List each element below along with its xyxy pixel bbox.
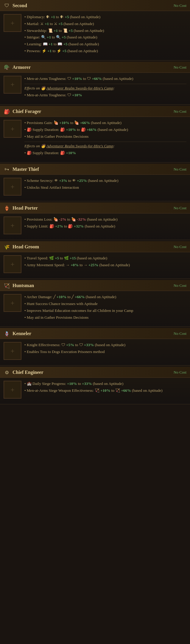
- add-role-icon: +: [10, 347, 15, 355]
- stat-line-0: • 🏰 Daily Siege Progress: +10% to +33% (…: [24, 381, 186, 387]
- role-header-head-porter[interactable]: 🏺Head PorterNo Cost: [0, 202, 190, 213]
- role-title-huntsman: Huntsman: [13, 283, 34, 288]
- role-title-head-groom: Head Groom: [13, 244, 39, 250]
- effects-line-0: • Men-at-Arms Toughness: 🛡 +10%: [24, 92, 186, 98]
- role-header-armorer[interactable]: 🪖ArmorerNo Cost: [0, 62, 190, 73]
- stat-line-0: • Diplomacy: 🗣 +1 to 🗣 +5 (based on Apti…: [24, 14, 186, 20]
- effects-block-armorer: Effects on 🧑 Adventurer Realm Swords-for…: [24, 84, 186, 99]
- role-desc-master-thief: • Scheme Secrecy: 👁 +3% to 👁 +25% (based…: [24, 178, 186, 196]
- stat-line-0: • Travel Speed: 🌿 +5 to 🌿 +15 (based on …: [24, 255, 186, 261]
- role-card-kenneler: 🪢KennelerNo Cost+• Knight Effectiveness:…: [0, 328, 190, 366]
- stat-line-0: • Archer Damage: ╱ +10% to ╱ +66% (based…: [24, 294, 186, 300]
- role-title-armorer: Armorer: [13, 65, 31, 70]
- role-desc-chief-engineer: • 🏰 Daily Siege Progress: +10% to +33% (…: [24, 381, 186, 399]
- stat-line-4: • Learning: 📖 +1 to 📖 +5 (based on Aptit…: [24, 41, 186, 47]
- stat-line-1: • Army Movement Speed: → +0% to → +25% (…: [24, 262, 186, 268]
- role-header-kenneler[interactable]: 🪢KennelerNo Cost: [0, 328, 190, 339]
- stat-line-0: • Men-at-Arms Toughness: 🛡 +10% to 🛡 +66…: [24, 76, 186, 82]
- avatar-head-groom[interactable]: +: [4, 255, 21, 273]
- role-body-huntsman: +• Archer Damage: ╱ +10% to ╱ +66% (base…: [0, 291, 190, 324]
- role-desc-head-groom: • Travel Speed: 🌿 +5 to 🌿 +15 (based on …: [24, 255, 186, 273]
- role-cost-chief-forager: No Cost: [174, 109, 186, 114]
- role-body-chief-engineer: +• 🏰 Daily Siege Progress: +10% to +33% …: [0, 378, 190, 402]
- add-role-icon: +: [10, 386, 15, 394]
- stat-line-3: • May aid in Gather Provisions Decisions: [24, 315, 186, 321]
- role-desc-armorer: • Men-at-Arms Toughness: 🛡 +10% to 🛡 +66…: [24, 76, 186, 99]
- avatar-kenneler[interactable]: +: [4, 342, 21, 360]
- role-cost-second: No Cost: [174, 3, 186, 8]
- stat-line-2: • Stewardship: 📜 +1 to 📜 +5 (based on Ap…: [24, 28, 186, 34]
- role-header-chief-engineer[interactable]: ⚙Chief EngineerNo Cost: [0, 367, 190, 378]
- role-body-second: +• Diplomacy: 🗣 +1 to 🗣 +5 (based on Apt…: [0, 11, 190, 58]
- avatar-head-porter[interactable]: +: [4, 216, 21, 234]
- stat-line-1: • 🎒 Supply Duration: 🎒 +10% to 🎒 +66% (b…: [24, 127, 186, 133]
- role-icon-master-thief: 🗝: [4, 166, 10, 173]
- add-role-icon: +: [10, 19, 15, 27]
- stat-line-1: • Unlocks Steal Artifact Interaction: [24, 185, 186, 191]
- role-header-second[interactable]: 🛡SecondNo Cost: [0, 0, 190, 11]
- avatar-huntsman[interactable]: +: [4, 294, 21, 312]
- role-title-second: Second: [13, 3, 27, 8]
- stat-line-1: • Martial: ⚔ +1 to ⚔ +5 (based on Aptitu…: [24, 21, 186, 27]
- role-cost-kenneler: No Cost: [174, 331, 186, 336]
- role-icon-head-groom: 🌾: [4, 244, 10, 250]
- stat-line-1: • Enables Toss to Dogs Execution Prisone…: [24, 349, 186, 355]
- role-title-kenneler: Kenneler: [13, 331, 31, 336]
- role-header-master-thief[interactable]: 🗝Master ThiefNo Cost: [0, 164, 190, 175]
- role-card-chief-forager: 🎒Chief ForagerNo Cost+• Provisions Gain:…: [0, 106, 190, 162]
- add-role-icon: +: [10, 299, 15, 307]
- role-body-armorer: +• Men-at-Arms Toughness: 🛡 +10% to 🛡 +6…: [0, 73, 190, 102]
- stat-line-1: • Hunt Success Chance increases with Apt…: [24, 301, 186, 307]
- role-body-kenneler: +• Knight Effectiveness: 🛡 +5% to 🛡 +33%…: [0, 339, 190, 363]
- role-cost-chief-engineer: No Cost: [174, 370, 186, 375]
- effects-block-chief-forager: Effects on 🧑 Adventurer Realm Swords-for…: [24, 142, 186, 157]
- role-desc-second: • Diplomacy: 🗣 +1 to 🗣 +5 (based on Apti…: [24, 14, 186, 55]
- role-title-chief-forager: Chief Forager: [13, 109, 41, 114]
- role-title-head-porter: Head Porter: [13, 205, 38, 211]
- role-title-master-thief: Master Thief: [13, 167, 39, 172]
- effects-title-chief-forager: Effects on 🧑 Adventurer Realm Swords-for…: [24, 143, 186, 149]
- role-card-chief-engineer: ⚙Chief EngineerNo Cost+• 🏰 Daily Siege P…: [0, 367, 190, 404]
- stat-line-1: • Men-at-Arms Siege Weapon Effectiveness…: [24, 388, 186, 394]
- role-cost-huntsman: No Cost: [174, 283, 186, 288]
- stat-line-5: • Prowess: ⚡ +1 to ⚡ +5 (based on Aptitu…: [24, 48, 186, 54]
- role-header-chief-forager[interactable]: 🎒Chief ForagerNo Cost: [0, 106, 190, 117]
- effects-line-0: • 🎒 Supply Duration: 🎒 +10%: [24, 150, 186, 156]
- role-icon-chief-forager: 🎒: [4, 108, 10, 115]
- stat-line-3: • Intrigue: 🔍 +1 to 🔍 +5 (based on Aptit…: [24, 34, 186, 41]
- role-card-head-groom: 🌾Head GroomNo Cost+• Travel Speed: 🌿 +5 …: [0, 241, 190, 279]
- effects-title-armorer: Effects on 🧑 Adventurer Realm Swords-for…: [24, 85, 186, 92]
- avatar-armorer[interactable]: +: [4, 76, 21, 94]
- role-title-chief-engineer: Chief Engineer: [13, 370, 43, 375]
- add-role-icon: +: [10, 260, 15, 268]
- stat-line-0: • Scheme Secrecy: 👁 +3% to 👁 +25% (based…: [24, 178, 186, 184]
- role-body-master-thief: +• Scheme Secrecy: 👁 +3% to 👁 +25% (base…: [0, 175, 190, 199]
- role-icon-head-porter: 🏺: [4, 205, 10, 211]
- role-cost-master-thief: No Cost: [174, 167, 186, 172]
- role-card-second: 🛡SecondNo Cost+• Diplomacy: 🗣 +1 to 🗣 +5…: [0, 0, 190, 61]
- role-card-head-porter: 🏺Head PorterNo Cost+• Provisions Loss: 🍖…: [0, 202, 190, 240]
- stat-line-0: • Provisions Loss: 🍖 -2% to 🍖 -32% (base…: [24, 216, 186, 223]
- role-icon-huntsman: 🏹: [4, 282, 10, 289]
- role-header-head-groom[interactable]: 🌾Head GroomNo Cost: [0, 241, 190, 252]
- role-header-huntsman[interactable]: 🏹HuntsmanNo Cost: [0, 280, 190, 291]
- add-role-icon: +: [10, 125, 15, 133]
- avatar-second[interactable]: +: [4, 14, 21, 32]
- stat-line-2: • Improves Martial Education outcomes fo…: [24, 308, 186, 314]
- camp-link[interactable]: Adventurer Realm Swords-for-Hire's Camp: [46, 86, 113, 90]
- role-icon-second: 🛡: [4, 2, 10, 9]
- stat-line-0: • Provisions Gain: 🍖 +10% to 🍖 +66% (bas…: [24, 120, 186, 126]
- role-desc-kenneler: • Knight Effectiveness: 🛡 +5% to 🛡 +33% …: [24, 342, 186, 360]
- role-body-chief-forager: +• Provisions Gain: 🍖 +10% to 🍖 +66% (ba…: [0, 117, 190, 160]
- stat-line-1: • Supply Limit: 🎒 +2% to 🎒 +32% (based o…: [24, 223, 186, 230]
- add-role-icon: +: [10, 222, 15, 230]
- avatar-chief-forager[interactable]: +: [4, 120, 21, 138]
- stat-line-0: • Knight Effectiveness: 🛡 +5% to 🛡 +33% …: [24, 342, 186, 348]
- camp-link[interactable]: Adventurer Realm Swords-for-Hire's Camp: [46, 144, 113, 148]
- avatar-chief-engineer[interactable]: +: [4, 381, 21, 399]
- role-icon-kenneler: 🪢: [4, 330, 10, 337]
- role-icon-chief-engineer: ⚙: [4, 369, 10, 376]
- role-cost-head-groom: No Cost: [174, 244, 186, 249]
- role-desc-head-porter: • Provisions Loss: 🍖 -2% to 🍖 -32% (base…: [24, 216, 186, 234]
- avatar-master-thief[interactable]: +: [4, 178, 21, 196]
